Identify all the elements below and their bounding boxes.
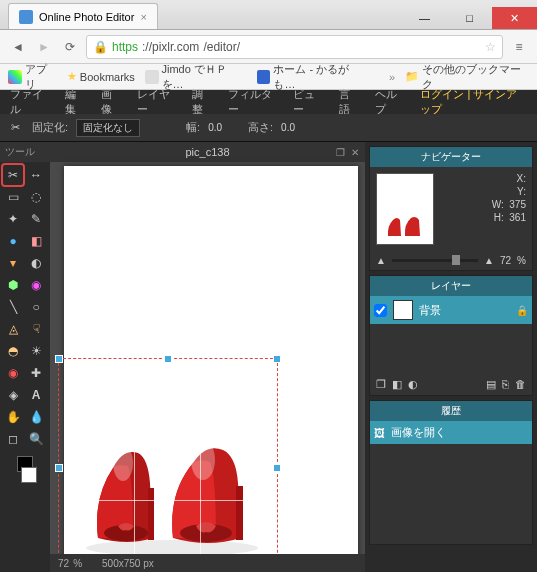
hand-tool[interactable]: ✋ (3, 407, 23, 427)
clone-tool[interactable]: ⬢ (3, 275, 23, 295)
type-tool[interactable]: A (26, 385, 46, 405)
bucket-tool[interactable]: ▾ (3, 253, 23, 273)
options-bar: ✂ 固定化: 固定化なし 幅: 0.0 高さ: 0.0 (0, 114, 537, 142)
navigator-title[interactable]: ナビゲーター (370, 147, 532, 167)
forward-button[interactable]: ► (34, 37, 54, 57)
menu-filter[interactable]: フィルター (228, 87, 277, 117)
layer-delete-icon[interactable]: 🗑 (515, 378, 526, 391)
dodge-tool[interactable]: ☀ (26, 341, 46, 361)
zoom-in-icon[interactable]: ▲ (484, 255, 494, 266)
window-controls: — □ ✕ (402, 7, 537, 29)
navigator-panel: ナビゲーター X: Y: W: 375 H: 361 (369, 146, 533, 271)
redeye-tool[interactable]: ◉ (3, 363, 23, 383)
window-max-button[interactable]: □ (447, 7, 492, 29)
tab-close-icon[interactable]: × (140, 11, 146, 23)
zoom-tool[interactable]: 🔍 (26, 429, 46, 449)
crop-handle-e[interactable] (273, 464, 281, 472)
menubar: ファイル 編集 画像 レイヤー 調整 フィルター ビュー 言語 ヘルプ ログイン… (0, 90, 537, 114)
wand-tool[interactable]: ✦ (3, 209, 23, 229)
menu-adjust[interactable]: 調整 (192, 87, 212, 117)
layer-dup-icon[interactable]: ⎘ (502, 378, 509, 391)
layer-lock-icon[interactable]: 🔒 (516, 305, 528, 316)
layer-style-icon[interactable]: ◐ (408, 378, 418, 391)
layer-mask-icon[interactable]: ◧ (392, 378, 402, 391)
zoom-slider[interactable] (392, 259, 478, 262)
crop-tool[interactable]: ✂ (3, 165, 23, 185)
lasso-tool[interactable]: ◌ (26, 187, 46, 207)
blur-tool[interactable]: ○ (26, 297, 46, 317)
menu-help[interactable]: ヘルプ (375, 87, 405, 117)
fix-label: 固定化: (32, 120, 68, 135)
browser-titlebar: Online Photo Editor × — □ ✕ (0, 0, 537, 30)
nav-zoom-pct: % (517, 255, 526, 266)
menu-edit[interactable]: 編集 (65, 87, 85, 117)
crop-handle-w[interactable] (55, 464, 63, 472)
history-item-label: 画像を開く (391, 425, 446, 440)
pinch-tool[interactable]: ◈ (3, 385, 23, 405)
brush-tool[interactable]: ● (3, 231, 23, 251)
auth-links[interactable]: ログイン | サインアップ (420, 87, 527, 117)
marquee-tool[interactable]: ▭ (3, 187, 23, 207)
color-swatches (0, 452, 50, 487)
sharpen-tool[interactable]: ◬ (3, 319, 23, 339)
bookmark-star-icon[interactable]: ☆ (485, 40, 496, 54)
crop-handle-nw[interactable] (55, 355, 63, 363)
canvas[interactable] (64, 166, 358, 572)
height-value[interactable]: 0.0 (281, 122, 295, 133)
spot-tool[interactable]: ✚ (26, 363, 46, 383)
eraser-tool[interactable]: ◧ (26, 231, 46, 251)
doc-close-icon[interactable]: ✕ (351, 147, 359, 158)
doc-max-icon[interactable]: ❐ (336, 147, 345, 158)
right-panels: ナビゲーター X: Y: W: 375 H: 361 (365, 142, 537, 572)
menu-view[interactable]: ビュー (293, 87, 323, 117)
replace-tool[interactable]: ◉ (26, 275, 46, 295)
layer-name: 背景 (419, 303, 441, 318)
history-title[interactable]: 履歴 (370, 401, 532, 421)
canvas-dims: 500x750 px (102, 558, 154, 569)
canvas-area: pic_c138 ❐✕ (50, 142, 365, 572)
bg-color[interactable] (21, 467, 37, 483)
crop-selection[interactable] (58, 358, 278, 572)
zoom-out-icon[interactable]: ▲ (376, 255, 386, 266)
menu-image[interactable]: 画像 (101, 87, 121, 117)
gradient-tool[interactable]: ◐ (26, 253, 46, 273)
chrome-menu-button[interactable]: ≡ (509, 37, 529, 57)
nav-zoom-value: 72 (500, 255, 511, 266)
menu-language[interactable]: 言語 (339, 87, 359, 117)
window-close-button[interactable]: ✕ (492, 7, 537, 29)
lock-icon: 🔒 (93, 40, 108, 54)
layer-buttons: ❐ ◧ ◐ ▤ ⎘ 🗑 (370, 374, 532, 395)
navigator-thumb[interactable] (376, 173, 434, 245)
back-button[interactable]: ◄ (8, 37, 28, 57)
crop-handle-ne[interactable] (273, 355, 281, 363)
menu-file[interactable]: ファイル (10, 87, 49, 117)
smudge-tool[interactable]: ☟ (26, 319, 46, 339)
browser-toolbar: ◄ ► ⟳ 🔒 https://pixlr.com/editor/ ☆ ≡ (0, 30, 537, 64)
crop-handle-n[interactable] (164, 355, 172, 363)
browser-tab[interactable]: Online Photo Editor × (8, 3, 158, 29)
pencil-tool[interactable]: ✎ (26, 209, 46, 229)
navigator-info: X: Y: W: 375 H: 361 (442, 173, 526, 245)
history-item[interactable]: 🖼 画像を開く (370, 421, 532, 444)
move-tool[interactable]: ↔ (26, 165, 46, 185)
document-titlebar[interactable]: pic_c138 ❐✕ (50, 142, 365, 162)
bookmark-item[interactable]: ★Bookmarks (67, 70, 135, 83)
layers-title[interactable]: レイヤー (370, 276, 532, 296)
reload-button[interactable]: ⟳ (60, 37, 80, 57)
sponge-tool[interactable]: ◓ (3, 341, 23, 361)
app-content: ツール ✂ ↔ ▭ ◌ ✦ ✎ ● ◧ ▾ ◐ ⬢ ◉ ╲ ○ ◬ ☟ ◓ ☀ … (0, 142, 537, 572)
window-min-button[interactable]: — (402, 7, 447, 29)
layer-row-bg[interactable]: 背景 🔒 (370, 296, 532, 324)
chevron-right-icon[interactable]: » (389, 71, 395, 83)
width-value[interactable]: 0.0 (208, 122, 222, 133)
shape-tool[interactable]: ◻ (3, 429, 23, 449)
layer-visibility[interactable] (374, 304, 387, 317)
menu-layer[interactable]: レイヤー (137, 87, 176, 117)
layer-thumb (393, 300, 413, 320)
layer-settings-icon[interactable]: ❐ (376, 378, 386, 391)
fix-select[interactable]: 固定化なし (76, 119, 140, 137)
draw-tool[interactable]: ╲ (3, 297, 23, 317)
address-bar[interactable]: 🔒 https://pixlr.com/editor/ ☆ (86, 35, 503, 59)
eyedropper-tool[interactable]: 💧 (26, 407, 46, 427)
layer-new-icon[interactable]: ▤ (486, 378, 496, 391)
